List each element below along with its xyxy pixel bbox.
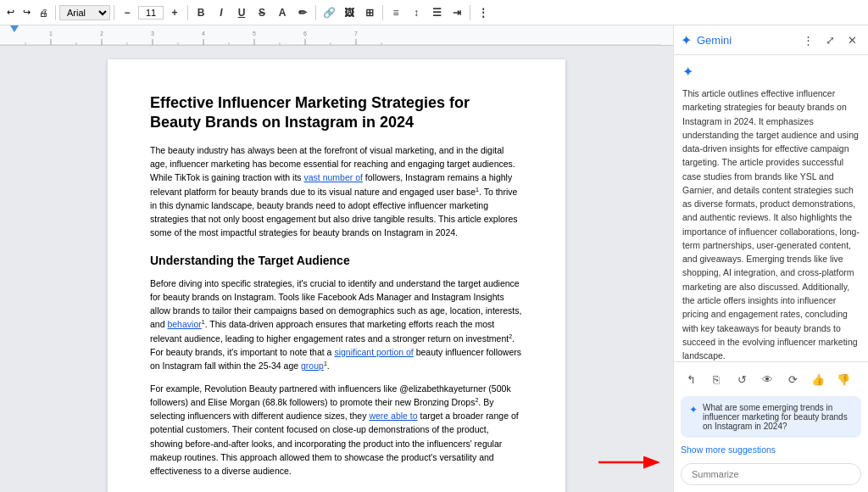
link-behavior[interactable]: behavior	[167, 319, 201, 329]
line-spacing-button[interactable]: ↕	[407, 3, 426, 22]
gemini-menu-button[interactable]: ⋮	[798, 31, 817, 49]
doc-intro-para: The beauty industry has always been at t…	[150, 143, 523, 240]
link-vast-number[interactable]: vast number of	[303, 172, 362, 182]
copy-icon[interactable]: ⎘	[706, 369, 726, 389]
more-button[interactable]: ⋮	[474, 3, 492, 22]
gemini-body[interactable]: ✦ This article outlines effective influe…	[674, 55, 868, 361]
doc-para2: Before diving into specific strategies, …	[150, 277, 523, 373]
svg-text:4: 4	[202, 31, 205, 36]
sep3	[187, 5, 188, 20]
font-name-select[interactable]: Arial	[59, 5, 110, 20]
font-size-input[interactable]	[138, 6, 164, 20]
list-button[interactable]: ☰	[427, 3, 446, 22]
print-button[interactable]: 🖨	[36, 6, 52, 20]
italic-button[interactable]: I	[212, 3, 231, 22]
indent-button[interactable]: ⇥	[448, 3, 466, 22]
sep5	[382, 5, 383, 20]
main-area: 1 2 3 4 5 6 7	[0, 25, 868, 492]
bold-button[interactable]: B	[192, 3, 210, 22]
document-title: Effective Influencer Marketing Strategie…	[150, 93, 523, 133]
sep2	[114, 5, 114, 20]
svg-text:2: 2	[100, 31, 103, 36]
gemini-summary-text: This article outlines effective influenc…	[682, 87, 860, 361]
share-icon[interactable]: ⟳	[782, 369, 803, 389]
gemini-input-field[interactable]	[692, 469, 850, 479]
red-arrow-indicator	[598, 450, 666, 477]
gemini-logo-icon: ✦	[681, 32, 692, 48]
sep4	[315, 5, 316, 20]
gemini-input-area[interactable]	[681, 463, 861, 485]
sep1	[55, 5, 56, 20]
font-increase-button[interactable]: +	[165, 3, 184, 22]
redo-button[interactable]: ↪	[19, 5, 34, 20]
suggestion-gem-icon: ✦	[689, 404, 698, 416]
refresh-icon[interactable]: ↺	[732, 369, 752, 389]
link-were-able[interactable]: were able to	[369, 411, 417, 421]
gemini-close-button[interactable]: ✕	[843, 31, 861, 49]
undo-button[interactable]: ↩	[3, 5, 18, 20]
gemini-suggestion-text: What are some emerging trends in influen…	[703, 403, 853, 431]
gemini-sidebar: ✦ Gemini ⋮ ⤢ ✕ ✦ This article outlines e…	[673, 25, 868, 492]
svg-text:6: 6	[303, 31, 307, 36]
document-page: Effective Influencer Marketing Strategie…	[108, 59, 565, 492]
link-significant-portion[interactable]: significant portion of	[334, 347, 413, 357]
gemini-expand-button[interactable]: ⤢	[821, 31, 839, 49]
gemini-header-left: ✦ Gemini	[681, 32, 732, 48]
document-content: Effective Influencer Marketing Strategie…	[150, 93, 523, 492]
link-group[interactable]: group	[301, 361, 324, 371]
gemini-action-icons: ↰ ⎘ ↺ 👁 ⟳ 👍 👎	[681, 369, 861, 389]
svg-text:5: 5	[253, 31, 256, 36]
doc-para3: For example, Revolution Beauty partnered…	[150, 382, 523, 478]
view-icon[interactable]: 👁	[757, 369, 777, 389]
show-more-button[interactable]: Show more suggestions	[681, 443, 861, 456]
strikethrough-button[interactable]: S	[253, 3, 271, 22]
document-area: 1 2 3 4 5 6 7	[0, 25, 673, 492]
svg-text:7: 7	[354, 31, 358, 36]
gemini-suggestion[interactable]: ✦ What are some emerging trends in influ…	[681, 396, 861, 438]
insert-link-button[interactable]: 🔗	[320, 3, 338, 22]
svg-text:3: 3	[151, 31, 154, 36]
underline-button[interactable]: U	[232, 3, 251, 22]
thumbs-up-icon[interactable]: 👍	[808, 369, 828, 389]
text-color-button[interactable]: A	[273, 3, 292, 22]
svg-text:1: 1	[49, 31, 53, 36]
gemini-header-icons: ⋮ ⤢ ✕	[798, 31, 861, 49]
insert-table-button[interactable]: ⊞	[360, 3, 379, 22]
toolbar: ↩ ↪ 🖨 Arial − + B I U S A ✏ 🔗 🖼 ⊞ ≡ ↕ ☰ …	[0, 0, 868, 25]
back-icon[interactable]: ↰	[681, 369, 701, 389]
ruler: 1 2 3 4 5 6 7	[0, 25, 673, 46]
gemini-footer: ↰ ⎘ ↺ 👁 ⟳ 👍 👎 ✦ What are some emerging t…	[674, 361, 868, 492]
gemini-body-icon: ✦	[682, 64, 860, 80]
align-button[interactable]: ≡	[387, 3, 405, 22]
thumbs-down-icon[interactable]: 👎	[833, 369, 854, 389]
font-decrease-button[interactable]: −	[118, 3, 136, 22]
heading-target-audience: Understanding the Target Audience	[150, 252, 523, 270]
highlight-button[interactable]: ✏	[293, 3, 312, 22]
sep6	[470, 5, 470, 20]
document-scroll[interactable]: Effective Influencer Marketing Strategie…	[0, 46, 673, 492]
gemini-header: ✦ Gemini ⋮ ⤢ ✕	[674, 25, 868, 55]
gemini-title: Gemini	[697, 34, 732, 47]
insert-image-button[interactable]: 🖼	[340, 3, 359, 22]
